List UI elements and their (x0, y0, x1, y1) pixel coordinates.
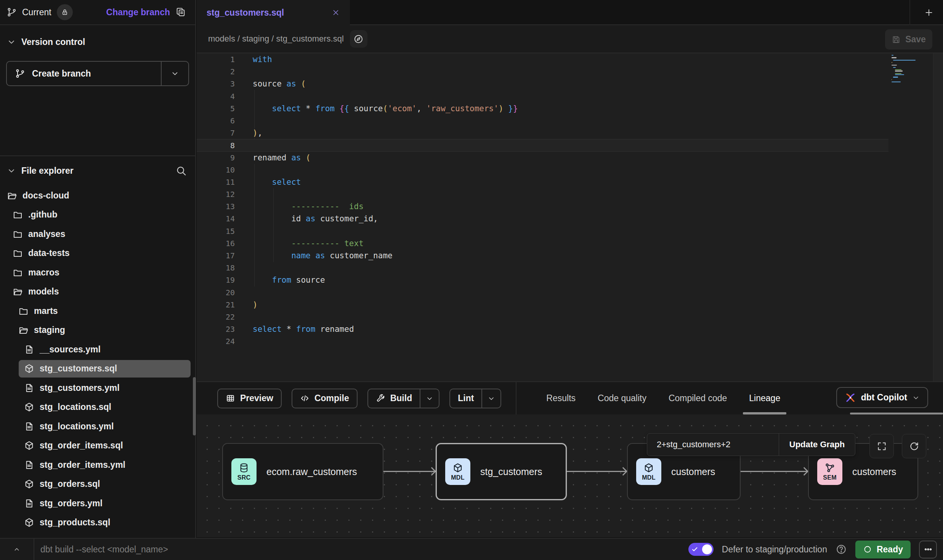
lineage-node-stg-customers[interactable]: MDLstg_customers (436, 443, 567, 500)
code-line-1[interactable]: 1with (197, 53, 888, 66)
lineage-filter-input[interactable]: 2+stg_customers+2 (647, 434, 779, 456)
code-line-21[interactable]: 21) (197, 299, 888, 311)
tree-item-stg-customers-sql[interactable]: stg_customers.sql (0, 359, 195, 379)
search-icon[interactable] (175, 165, 187, 176)
code-line-4[interactable]: 4 (197, 90, 888, 102)
minimap[interactable] (892, 55, 919, 84)
build-dropdown[interactable] (420, 389, 439, 408)
code-line-19[interactable]: 19 from source (197, 274, 888, 286)
build-button[interactable]: Build (367, 389, 440, 408)
folder-icon (13, 248, 23, 258)
tree-item-stg-locations-sql[interactable]: stg_locations.sql (0, 398, 195, 417)
tree-item-stg-locations-yml[interactable]: stg_locations.yml (0, 417, 195, 436)
lineage-canvas[interactable]: SRCecom.raw_customersMDLstg_customersMDL… (197, 414, 943, 537)
tab-code-quality[interactable]: Code quality (598, 382, 646, 414)
more-options-button[interactable] (919, 541, 937, 558)
code-line-13[interactable]: 13 ---------- ids (197, 200, 888, 213)
code-line-2[interactable]: 2 (197, 66, 888, 78)
file-icon (24, 498, 34, 509)
dbt-copilot-button[interactable]: dbt Copilot (836, 387, 928, 408)
tree-item--github[interactable]: .github (0, 205, 195, 225)
code-line-5[interactable]: 5 select * from {{ source('ecom', 'raw_c… (197, 102, 888, 115)
code-line-16[interactable]: 16 ---------- text (197, 237, 888, 250)
defer-toggle[interactable] (688, 543, 714, 556)
code-editor[interactable]: 1with23source as (45 select * from {{ so… (197, 53, 943, 381)
copy-icon[interactable] (175, 7, 186, 18)
fullscreen-button[interactable] (869, 434, 894, 458)
code-line-14[interactable]: 14 id as customer_id, (197, 213, 888, 225)
code-line-10[interactable]: 10 (197, 164, 888, 176)
tree-item-label: stg_customers.sql (40, 363, 117, 374)
tree-item-stg-order-items-yml[interactable]: stg_order_items.yml (0, 455, 195, 475)
code-line-7[interactable]: 7), (197, 127, 888, 139)
code-line-12[interactable]: 12 (197, 188, 888, 200)
line-content (235, 115, 253, 127)
line-number: 3 (197, 78, 235, 90)
tab-lineage[interactable]: Lineage (749, 382, 780, 414)
tree-item-label: stg_orders.yml (40, 498, 103, 509)
tree-item-models[interactable]: models (0, 282, 195, 302)
code-line-24[interactable]: 24 (197, 335, 888, 347)
code-line-11[interactable]: 11 select (197, 176, 888, 188)
compile-button[interactable]: Compile (292, 389, 358, 408)
version-control-title: Version control (21, 37, 85, 47)
lineage-controls: 2+stg_customers+2 Update Graph (647, 433, 855, 456)
code-line-18[interactable]: 18 (197, 262, 888, 274)
code-line-6[interactable]: 6 (197, 115, 888, 127)
tab-stg-customers[interactable]: stg_customers.sql (197, 0, 350, 25)
code-line-23[interactable]: 23select * from renamed (197, 323, 888, 335)
update-graph-button[interactable]: Update Graph (779, 434, 855, 456)
tree-item-marts[interactable]: marts (0, 301, 195, 321)
command-input[interactable]: dbt build --select <model_name> (40, 544, 168, 555)
create-branch-dropdown[interactable] (161, 62, 188, 85)
lint-dropdown[interactable] (481, 389, 500, 408)
tree-item-docs-cloud[interactable]: docs-cloud (0, 186, 195, 205)
version-control-header[interactable]: Version control (0, 30, 195, 54)
new-tab-button[interactable] (920, 4, 938, 21)
change-branch-link[interactable]: Change branch (106, 7, 170, 18)
code-line-8[interactable]: 8 (197, 139, 888, 151)
editor-scrollbar[interactable] (933, 53, 943, 381)
tree-item-data-tests[interactable]: data-tests (0, 244, 195, 263)
collapse-panel-button[interactable] (0, 539, 34, 560)
line-number: 2 (197, 66, 235, 78)
refresh-button[interactable] (902, 434, 926, 458)
tree-item-stg-customers-yml[interactable]: stg_customers.yml (0, 378, 195, 398)
lineage-node-ecom-raw-customers[interactable]: SRCecom.raw_customers (222, 443, 383, 500)
code-line-20[interactable]: 20 (197, 286, 888, 299)
line-content: ) (235, 299, 258, 311)
tree-item--sources-yml[interactable]: __sources.yml (0, 340, 195, 359)
tab-results[interactable]: Results (546, 382, 576, 414)
code-line-22[interactable]: 22 (197, 311, 888, 323)
tab-title: stg_customers.sql (207, 8, 332, 18)
sidebar-scrollbar[interactable] (193, 377, 196, 435)
bottom-toolbar: Preview Compile Build (197, 381, 943, 414)
lint-button[interactable]: Lint (449, 389, 501, 408)
line-content: ---------- text (235, 237, 364, 250)
line-content: from source (235, 274, 325, 286)
file-explorer-header[interactable]: File explorer (0, 158, 195, 183)
close-icon[interactable] (332, 8, 340, 17)
ready-status-button[interactable]: Ready (855, 541, 911, 558)
code-line-9[interactable]: 9renamed as ( (197, 152, 888, 164)
code-line-15[interactable]: 15 (197, 225, 888, 237)
tree-item-label: stg_products.sql (40, 517, 110, 528)
tree-item-analyses[interactable]: analyses (0, 224, 195, 244)
tree-item-stg-orders-sql[interactable]: stg_orders.sql (0, 475, 195, 494)
tree-item-stg-orders-yml[interactable]: stg_orders.yml (0, 494, 195, 513)
tree-item-stg-order-items-sql[interactable]: stg_order_items.sql (0, 436, 195, 456)
help-icon[interactable] (836, 544, 847, 555)
line-number: 20 (197, 286, 235, 299)
tree-item-macros[interactable]: macros (0, 263, 195, 282)
line-content: name as customer_name (235, 250, 393, 262)
navigate-button[interactable] (350, 30, 367, 48)
create-branch-button[interactable]: Create branch (6, 61, 189, 86)
folder-icon (18, 306, 29, 316)
tree-item-stg-products-sql[interactable]: stg_products.sql (0, 513, 195, 533)
save-button[interactable]: Save (885, 29, 932, 50)
code-line-17[interactable]: 17 name as customer_name (197, 250, 888, 262)
preview-button[interactable]: Preview (217, 389, 282, 408)
code-line-3[interactable]: 3source as ( (197, 78, 888, 90)
tree-item-staging[interactable]: staging (0, 321, 195, 340)
tab-compiled-code[interactable]: Compiled code (669, 382, 727, 414)
